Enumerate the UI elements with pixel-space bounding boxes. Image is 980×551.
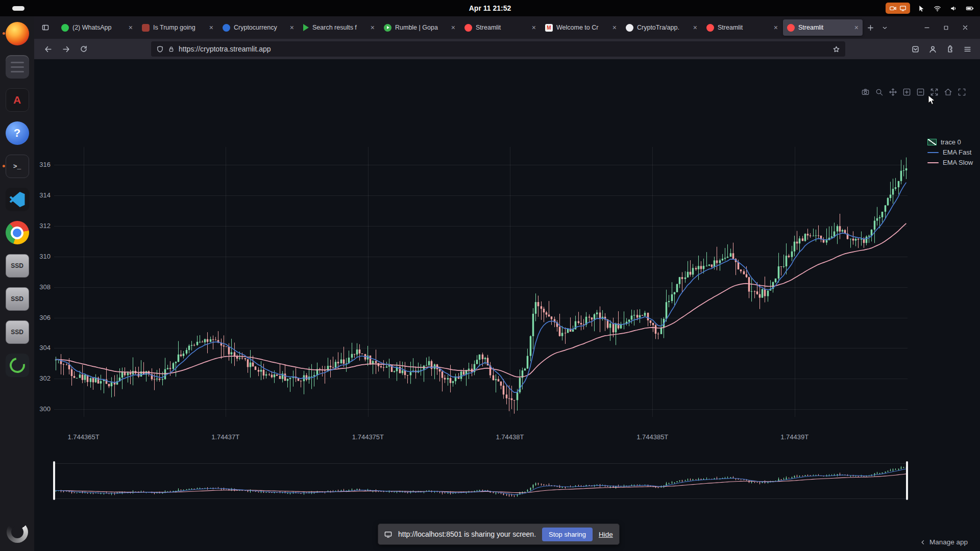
new-tab-button[interactable] xyxy=(863,20,877,35)
list-tabs-chevron-icon[interactable] xyxy=(877,20,892,35)
chart-legend: trace 0EMA FastEMA Slow xyxy=(927,138,973,167)
tab-2[interactable]: Is Trump going× xyxy=(138,19,217,36)
manage-app-button[interactable]: Manage app xyxy=(920,538,968,546)
tab-3[interactable]: Cryptocurrency× xyxy=(218,19,298,36)
zoom-icon[interactable] xyxy=(874,87,884,97)
maximize-icon[interactable] xyxy=(943,24,949,31)
tracking-shield-icon[interactable] xyxy=(156,45,164,53)
rangeslider-left-handle[interactable] xyxy=(53,461,55,500)
dock-item-ssd-3[interactable]: SSD xyxy=(5,319,30,345)
tab-close-icon[interactable]: × xyxy=(451,24,455,31)
volume-icon[interactable] xyxy=(949,5,958,12)
account-icon[interactable] xyxy=(928,45,937,54)
dock-item-software-updater[interactable] xyxy=(5,353,30,378)
firefox-view-icon[interactable] xyxy=(38,20,53,35)
candlestick-chart-canvas[interactable] xyxy=(54,147,908,417)
dock-item-firefox[interactable] xyxy=(5,21,30,46)
tab-close-icon[interactable]: × xyxy=(693,24,697,31)
extensions-icon[interactable] xyxy=(946,45,954,54)
system-clock[interactable]: Apr 11 21:52 xyxy=(469,0,511,16)
url-bar[interactable]: https://cryptotra.streamlit.app xyxy=(151,41,845,57)
dock-item-terminal[interactable] xyxy=(5,154,30,179)
dock: SSDSSDSSD xyxy=(0,16,34,551)
rangeslider-right-handle[interactable] xyxy=(906,461,908,500)
pocket-icon[interactable] xyxy=(911,45,920,54)
screen-share-indicator[interactable] xyxy=(886,3,910,14)
menu-hamburger-icon[interactable] xyxy=(963,45,972,54)
close-window-icon[interactable] xyxy=(962,24,969,31)
tab-close-icon[interactable]: × xyxy=(290,24,294,31)
rangeslider-canvas[interactable] xyxy=(54,463,908,499)
back-icon[interactable] xyxy=(40,41,56,57)
tab-7[interactable]: Welcome to Cr× xyxy=(541,19,621,36)
tab-8[interactable]: CryptoTra/app.× xyxy=(622,19,701,36)
stop-sharing-button[interactable]: Stop sharing xyxy=(542,528,593,541)
file-cabinet-icon xyxy=(6,55,29,79)
firefox-running-dot xyxy=(3,32,5,35)
tab-close-icon[interactable]: × xyxy=(129,24,133,31)
legend-item-ema-slow[interactable]: EMA Slow xyxy=(927,158,973,167)
wifi-icon[interactable] xyxy=(933,5,942,12)
hide-toast-link[interactable]: Hide xyxy=(599,531,613,538)
vscode-icon xyxy=(6,188,29,211)
whatsapp-favicon-icon xyxy=(61,24,69,32)
tab-strip: (2) WhatsApp×Is Trump going×Cryptocurren… xyxy=(57,19,863,36)
chevron-left-icon xyxy=(920,539,926,545)
streamlit-app-content: trace 0EMA FastEMA Slow 3003023043063083… xyxy=(34,59,980,551)
tab-close-icon[interactable]: × xyxy=(532,24,536,31)
tab-10-active[interactable]: Streamlit× xyxy=(783,19,863,36)
tab-title: (2) WhatsApp xyxy=(72,24,125,31)
zoom-in-icon[interactable] xyxy=(901,87,912,97)
firefox-window: (2) WhatsApp×Is Trump going×Cryptocurren… xyxy=(34,16,980,551)
bookmark-star-icon[interactable] xyxy=(832,45,840,53)
zoom-out-icon[interactable] xyxy=(915,87,925,97)
tab-9[interactable]: Streamlit× xyxy=(702,19,782,36)
screen-share-icon xyxy=(384,531,392,538)
pointer-icon[interactable] xyxy=(918,5,925,12)
legend-item-ema-fast[interactable]: EMA Fast xyxy=(927,148,973,157)
tab-1[interactable]: (2) WhatsApp× xyxy=(57,19,137,36)
x-tick-label: 1.744365T xyxy=(58,433,109,441)
minimize-icon[interactable] xyxy=(923,24,930,31)
firefox-icon xyxy=(6,22,29,45)
dock-item-chrome[interactable] xyxy=(5,220,30,245)
tab-close-icon[interactable]: × xyxy=(209,24,213,31)
tab-title: Welcome to Cr xyxy=(556,24,609,31)
tab-title: Search results f xyxy=(312,24,367,31)
url-text[interactable]: https://cryptotra.streamlit.app xyxy=(179,45,828,53)
forward-icon[interactable] xyxy=(58,41,74,57)
github-favicon-icon xyxy=(626,24,633,32)
dock-item-help[interactable] xyxy=(5,120,30,146)
navigation-toolbar: https://cryptotra.streamlit.app xyxy=(34,39,980,59)
activities-pill[interactable] xyxy=(12,6,24,11)
battery-icon[interactable] xyxy=(965,5,975,12)
camera-icon[interactable] xyxy=(860,87,870,97)
dock-item-file-cabinet[interactable] xyxy=(5,54,30,80)
video-favicon-icon xyxy=(303,24,309,31)
dock-item-vscode[interactable] xyxy=(5,187,30,212)
dock-item-ssd-1[interactable]: SSD xyxy=(5,253,30,279)
fullscreen-icon[interactable] xyxy=(957,87,967,97)
dock-item-app-menu[interactable] xyxy=(5,519,30,545)
dock-item-ardour[interactable] xyxy=(5,87,30,113)
tab-title: Rumble | Gopa xyxy=(395,24,448,31)
legend-item-trace-0[interactable]: trace 0 xyxy=(927,138,973,146)
pan-icon[interactable] xyxy=(888,87,898,97)
x-tick-label: 1.74437T xyxy=(200,433,251,441)
reload-icon[interactable] xyxy=(76,41,91,57)
reset-axes-icon[interactable] xyxy=(943,87,953,97)
tab-close-icon[interactable]: × xyxy=(612,24,617,31)
x-tick-label: 1.744385T xyxy=(627,433,678,441)
tab-4[interactable]: Search results f× xyxy=(299,19,379,36)
window-controls xyxy=(923,24,976,31)
tab-close-icon[interactable]: × xyxy=(774,24,778,31)
tab-5[interactable]: Rumble | Gopa× xyxy=(380,19,459,36)
tab-close-icon[interactable]: × xyxy=(854,24,859,31)
y-tick-label: 316 xyxy=(34,161,51,169)
software-updater-icon xyxy=(6,354,29,377)
tab-close-icon[interactable]: × xyxy=(371,24,375,31)
line-swatch-icon xyxy=(927,152,939,153)
candlestick-swatch-icon xyxy=(927,139,937,145)
tab-6[interactable]: Streamlit× xyxy=(460,19,540,36)
dock-item-ssd-2[interactable]: SSD xyxy=(5,286,30,312)
